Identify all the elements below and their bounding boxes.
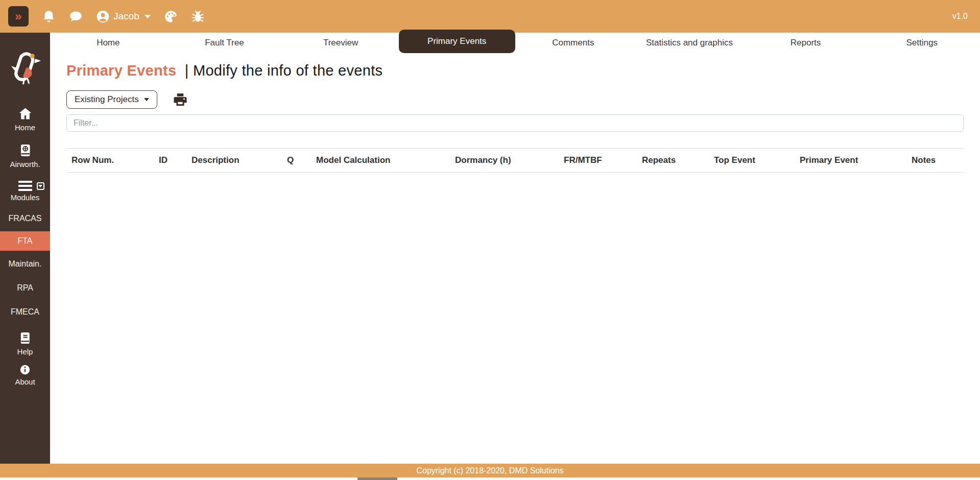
column-header-dormancy: Dormancy (h) <box>450 149 559 173</box>
sidebar-item-fmeca[interactable]: FMECA <box>0 302 50 322</box>
home-icon <box>18 106 33 121</box>
user-caret-down-icon <box>145 15 151 18</box>
sidebar-item-fta[interactable]: FTA <box>0 231 50 251</box>
horizontal-scrollbar <box>0 477 980 480</box>
toolbar: Existing Projects <box>66 90 980 109</box>
page-title: Primary Events | Modify the info of the … <box>66 62 980 79</box>
sidebar-item-fracas[interactable]: FRACAS <box>0 209 50 228</box>
user-icon <box>96 10 110 23</box>
sidebar-expand-button[interactable]: » <box>8 6 29 27</box>
tab-home[interactable]: Home <box>50 33 166 53</box>
username-label: Jacob <box>113 11 139 22</box>
column-header-primary-event: Primary Event <box>795 149 906 173</box>
tab-bar: Home Fault Tree Treeview Primary Events … <box>50 33 980 53</box>
sidebar-item-modules[interactable]: Modules <box>0 181 50 202</box>
about-info-icon <box>19 364 31 375</box>
help-book-icon <box>18 331 32 345</box>
existing-projects-dropdown-button[interactable]: Existing Projects <box>66 90 157 109</box>
filter-container <box>66 114 964 132</box>
topbar: » Jacob <box>0 0 980 33</box>
table-header-row: Row Num. ID Description Q Model Calculat… <box>66 149 964 173</box>
column-header-row-num: Row Num. <box>66 149 154 173</box>
footer: Copyright (c) 2018-2020, DMD Solutions <box>0 464 980 477</box>
page-title-subtitle: | Modify the info of the events <box>185 62 383 79</box>
main-content: Home Fault Tree Treeview Primary Events … <box>50 33 980 464</box>
sidebar-item-home[interactable]: Home <box>0 106 50 132</box>
tab-comments[interactable]: Comments <box>515 33 632 53</box>
debug-bug-icon[interactable] <box>191 10 205 23</box>
theme-palette-icon[interactable] <box>164 10 178 23</box>
tab-fault-tree[interactable]: Fault Tree <box>166 33 283 53</box>
robin-bird-logo-icon[interactable] <box>8 50 42 85</box>
horizontal-scrollbar-thumb[interactable] <box>357 477 397 480</box>
column-header-fr-mtbf: FR/MTBF <box>559 149 637 173</box>
sidebar-item-maintainability[interactable]: Maintain. <box>0 254 50 274</box>
column-header-model-calculation: Model Calculation <box>311 149 450 173</box>
column-header-top-event: Top Event <box>709 149 795 173</box>
tab-treeview[interactable]: Treeview <box>282 33 399 53</box>
column-header-description: Description <box>186 149 282 173</box>
tab-settings[interactable]: Settings <box>864 33 980 53</box>
version-label: v1.0 <box>952 12 968 21</box>
airworthiness-book-icon <box>18 143 33 158</box>
tab-primary-events[interactable]: Primary Events <box>399 30 515 53</box>
primary-events-table: Row Num. ID Description Q Model Calculat… <box>66 148 964 173</box>
modules-menu-icon <box>18 181 32 191</box>
dropdown-caret-icon <box>144 98 149 101</box>
tab-statistics-and-graphics[interactable]: Statistics and graphics <box>631 33 748 53</box>
sidebar-item-help[interactable]: Help <box>0 331 50 356</box>
sidebar-item-rpa[interactable]: RPA <box>0 278 50 298</box>
column-header-repeats: Repeats <box>637 149 709 173</box>
tab-reports[interactable]: Reports <box>748 33 864 53</box>
column-header-notes: Notes <box>906 149 964 173</box>
column-header-id: ID <box>154 149 186 173</box>
sidebar: Home Airworth. Modules FRACAS FTA Mainta… <box>0 33 50 464</box>
events-table-container: Row Num. ID Description Q Model Calculat… <box>66 148 964 173</box>
print-button[interactable] <box>173 92 188 107</box>
copyright-text: Copyright (c) 2018-2020, DMD Solutions <box>416 466 563 475</box>
page-title-main: Primary Events <box>66 62 176 79</box>
sidebar-item-about[interactable]: About <box>0 364 50 386</box>
filter-input[interactable] <box>66 114 964 132</box>
printer-icon <box>173 92 188 107</box>
sidebar-item-airworthiness[interactable]: Airworth. <box>0 143 50 169</box>
chat-icon[interactable] <box>69 10 83 23</box>
column-header-q: Q <box>282 149 311 173</box>
notifications-bell-icon[interactable] <box>42 10 56 23</box>
user-menu[interactable]: Jacob <box>96 10 151 23</box>
modules-dropdown-icon[interactable] <box>37 182 44 190</box>
